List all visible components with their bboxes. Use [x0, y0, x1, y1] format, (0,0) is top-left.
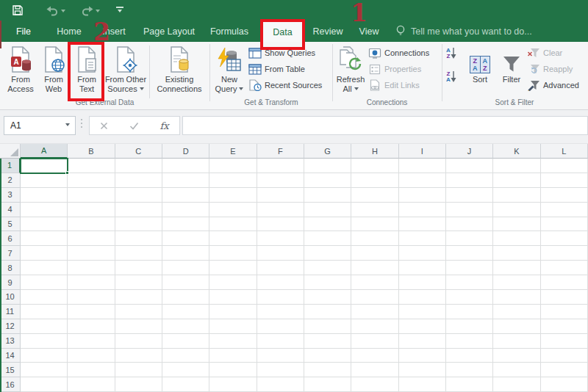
cell-F4[interactable]	[257, 203, 304, 217]
cell-K5[interactable]	[493, 217, 540, 232]
cell-J4[interactable]	[446, 203, 493, 217]
advanced-filter-button[interactable]: Advanced	[526, 78, 579, 92]
column-header-J[interactable]: J	[446, 144, 493, 159]
row-header-1[interactable]: 1	[0, 159, 21, 173]
cell-E2[interactable]	[209, 173, 257, 188]
cell-H3[interactable]	[351, 188, 398, 203]
cell-D14[interactable]	[162, 349, 209, 363]
column-header-K[interactable]: K	[493, 144, 540, 159]
cell-K9[interactable]	[493, 275, 540, 290]
column-header-F[interactable]: F	[257, 144, 304, 159]
cell-E3[interactable]	[209, 188, 257, 203]
cell-H14[interactable]	[351, 349, 398, 363]
cell-H12[interactable]	[351, 319, 398, 334]
row-header-15[interactable]: 15	[0, 363, 21, 377]
cell-J9[interactable]	[446, 275, 493, 290]
cell-I12[interactable]	[399, 319, 446, 334]
cell-K6[interactable]	[493, 231, 540, 246]
cell-K16[interactable]	[493, 377, 540, 392]
column-header-E[interactable]: E	[209, 144, 257, 159]
cell-H6[interactable]	[351, 231, 398, 246]
cell-L15[interactable]	[541, 363, 588, 377]
fill-handle[interactable]	[65, 171, 69, 175]
cell-A7[interactable]	[21, 246, 68, 261]
cell-J11[interactable]	[446, 305, 493, 319]
cell-H8[interactable]	[351, 261, 398, 275]
cell-D4[interactable]	[162, 203, 209, 217]
enter-icon[interactable]	[129, 122, 139, 130]
tell-me-box[interactable]: Tell me what you want to do...	[395, 21, 532, 42]
cell-H7[interactable]	[351, 246, 398, 261]
cell-E7[interactable]	[209, 246, 257, 261]
from-other-sources-button[interactable]: From Other Sources	[104, 44, 148, 100]
cell-A16[interactable]	[21, 377, 68, 392]
cell-G7[interactable]	[304, 246, 351, 261]
cell-I6[interactable]	[399, 231, 446, 246]
cell-F1[interactable]	[257, 159, 304, 173]
cell-D15[interactable]	[162, 363, 209, 377]
cell-J6[interactable]	[446, 231, 493, 246]
filter-button[interactable]: Filter	[497, 44, 526, 100]
cell-G8[interactable]	[304, 261, 351, 275]
cell-B13[interactable]	[68, 334, 115, 349]
cell-G4[interactable]	[304, 203, 351, 217]
edit-links-button[interactable]: Edit Links	[368, 78, 420, 92]
cell-A6[interactable]	[21, 231, 68, 246]
cell-G12[interactable]	[304, 319, 351, 334]
cell-B12[interactable]	[68, 319, 115, 334]
tab-file[interactable]: File	[6, 21, 41, 42]
tab-page-layout[interactable]: Page Layout	[138, 21, 200, 42]
cell-B10[interactable]	[68, 290, 115, 305]
row-header-6[interactable]: 6	[0, 231, 21, 246]
insert-function-icon[interactable]: fx	[160, 120, 169, 131]
tab-home[interactable]: Home	[47, 21, 91, 42]
from-web-button[interactable]: From Web	[38, 44, 69, 100]
reapply-filter-button[interactable]: Reapply	[526, 62, 573, 76]
cell-I9[interactable]	[399, 275, 446, 290]
cell-G16[interactable]	[304, 377, 351, 392]
cell-H5[interactable]	[351, 217, 398, 232]
cell-D6[interactable]	[162, 231, 209, 246]
cell-B7[interactable]	[68, 246, 115, 261]
cell-L6[interactable]	[541, 231, 588, 246]
cell-L3[interactable]	[541, 188, 588, 203]
row-header-2[interactable]: 2	[0, 173, 21, 188]
cell-D9[interactable]	[162, 275, 209, 290]
undo-dropdown-icon[interactable]	[61, 10, 65, 15]
cell-H11[interactable]	[351, 305, 398, 319]
cell-E11[interactable]	[209, 305, 257, 319]
column-header-H[interactable]: H	[351, 144, 398, 159]
cell-E5[interactable]	[209, 217, 257, 232]
cell-C10[interactable]	[115, 290, 162, 305]
cell-D7[interactable]	[162, 246, 209, 261]
cell-K2[interactable]	[493, 173, 540, 188]
properties-button[interactable]: Properties	[368, 62, 421, 76]
cell-C7[interactable]	[115, 246, 162, 261]
cell-G2[interactable]	[304, 173, 351, 188]
cell-F16[interactable]	[257, 377, 304, 392]
cell-H16[interactable]	[351, 377, 398, 392]
row-header-16[interactable]: 16	[0, 377, 21, 392]
row-header-3[interactable]: 3	[0, 188, 21, 203]
cell-D2[interactable]	[162, 173, 209, 188]
cell-F14[interactable]	[257, 349, 304, 363]
cell-I5[interactable]	[399, 217, 446, 232]
cell-G3[interactable]	[304, 188, 351, 203]
cell-I13[interactable]	[399, 334, 446, 349]
cell-G11[interactable]	[304, 305, 351, 319]
row-header-7[interactable]: 7	[0, 246, 21, 261]
cell-L16[interactable]	[541, 377, 588, 392]
name-box-dropdown-icon[interactable]	[65, 123, 70, 128]
cell-I8[interactable]	[399, 261, 446, 275]
sort-button[interactable]: Z A A Z Sort	[465, 44, 495, 100]
formula-input[interactable]	[182, 116, 588, 135]
cell-E8[interactable]	[209, 261, 257, 275]
cell-F7[interactable]	[257, 246, 304, 261]
cell-B15[interactable]	[68, 363, 115, 377]
cell-E14[interactable]	[209, 349, 257, 363]
cell-L2[interactable]	[541, 173, 588, 188]
cell-G10[interactable]	[304, 290, 351, 305]
cell-A9[interactable]	[21, 275, 68, 290]
recent-sources-button[interactable]: Recent Sources	[248, 78, 322, 92]
cell-F5[interactable]	[257, 217, 304, 232]
